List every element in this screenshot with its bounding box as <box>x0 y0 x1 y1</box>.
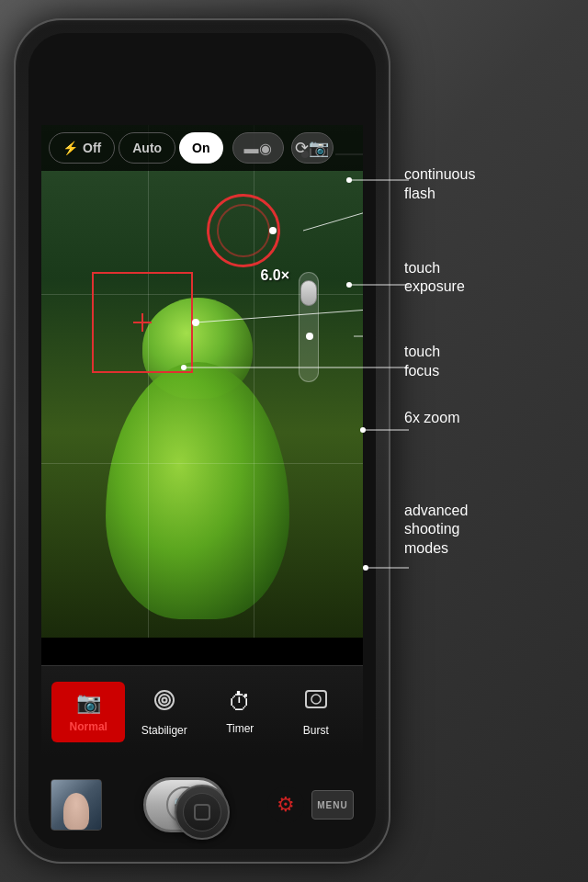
home-square-icon <box>194 804 210 820</box>
burst-icon <box>303 686 329 718</box>
ann-dot-focus <box>192 319 199 326</box>
photo-thumbnail[interactable] <box>51 779 102 831</box>
shooting-modes-bar: 📷 Normal Stabiliger ⏱ Timer <box>41 665 363 757</box>
flash-auto-label: Auto <box>132 141 162 155</box>
settings-icon: ⚙ <box>277 793 295 817</box>
normal-label: Normal <box>70 720 107 733</box>
burst-label: Burst <box>303 724 329 737</box>
thumbnail-image <box>51 780 101 830</box>
svg-point-6 <box>162 697 166 702</box>
mode-normal[interactable]: 📷 Normal <box>51 682 125 742</box>
menu-button[interactable]: MENU <box>311 790 354 820</box>
stabilizer-label: Stabiliger <box>141 724 187 737</box>
camera-screen: ⚡ Off Auto On ▬◉ ⟳📷 <box>41 125 363 757</box>
normal-icon: 📷 <box>76 691 101 715</box>
timer-icon: ⏱ <box>228 688 252 717</box>
annotation-text-flash: continuousflash <box>404 165 579 204</box>
ann-dot-zoom <box>306 333 313 340</box>
menu-label: MENU <box>317 800 347 810</box>
flash-auto-button[interactable]: Auto <box>119 132 175 164</box>
annotation-touch-exposure: touchexposure <box>404 259 579 298</box>
stabilizer-icon <box>152 687 177 718</box>
gummy-body <box>106 362 289 619</box>
annotation-text-exposure: touchexposure <box>404 259 579 298</box>
annotation-text-zoom: 6x zoom <box>404 409 579 428</box>
svg-rect-7 <box>306 691 326 707</box>
annotation-continuous-flash: continuousflash <box>404 165 579 204</box>
camera-flip-button[interactable]: ⟳📷 <box>291 132 334 164</box>
zoom-value: 6.0× <box>260 267 289 284</box>
home-inner <box>183 793 221 831</box>
continuous-flash-toggle[interactable]: ▬◉ <box>232 132 284 164</box>
svg-point-5 <box>159 695 170 706</box>
annotation-6x-zoom: 6x zoom <box>404 409 579 428</box>
flash-icon: ⚡ <box>62 141 78 155</box>
toggle-icon: ▬◉ <box>244 140 272 157</box>
zoom-slider[interactable] <box>299 272 319 382</box>
ann-dot-exposure <box>269 227 277 234</box>
timer-label: Timer <box>226 722 254 735</box>
flash-on-label: On <box>192 141 209 155</box>
annotations-panel: continuousflash touchexposure touchfocus… <box>404 110 579 586</box>
mode-stabilizer[interactable]: Stabiliger <box>128 678 201 746</box>
mode-burst[interactable]: Burst <box>279 677 353 746</box>
viewfinder-subject <box>60 153 345 619</box>
phone-inner: ⚡ Off Auto On ▬◉ ⟳📷 <box>28 33 376 849</box>
svg-point-8 <box>311 695 321 704</box>
flash-on-button[interactable]: On <box>179 132 222 164</box>
flash-off-label: Off <box>83 141 101 155</box>
annotation-touch-focus: touchfocus <box>404 343 579 381</box>
home-button[interactable] <box>175 785 230 840</box>
annotation-text-focus: touchfocus <box>404 343 579 381</box>
annotation-shooting-modes: advancedshootingmodes <box>404 502 579 559</box>
viewfinder[interactable]: ⚡ Off Auto On ▬◉ ⟳📷 <box>41 125 363 638</box>
zoom-slider-thumb <box>300 280 317 306</box>
settings-button[interactable]: ⚙ <box>267 786 304 823</box>
annotation-text-modes: advancedshootingmodes <box>404 502 579 559</box>
phone-frame: ⚡ Off Auto On ▬◉ ⟳📷 <box>14 18 390 864</box>
flash-off-button[interactable]: ⚡ Off <box>49 132 115 164</box>
mode-timer[interactable]: ⏱ Timer <box>203 679 277 744</box>
camera-flip-icon: ⟳📷 <box>295 138 329 158</box>
thumbnail-person <box>63 793 89 830</box>
flash-controls: ⚡ Off Auto On ▬◉ ⟳📷 <box>41 125 363 171</box>
